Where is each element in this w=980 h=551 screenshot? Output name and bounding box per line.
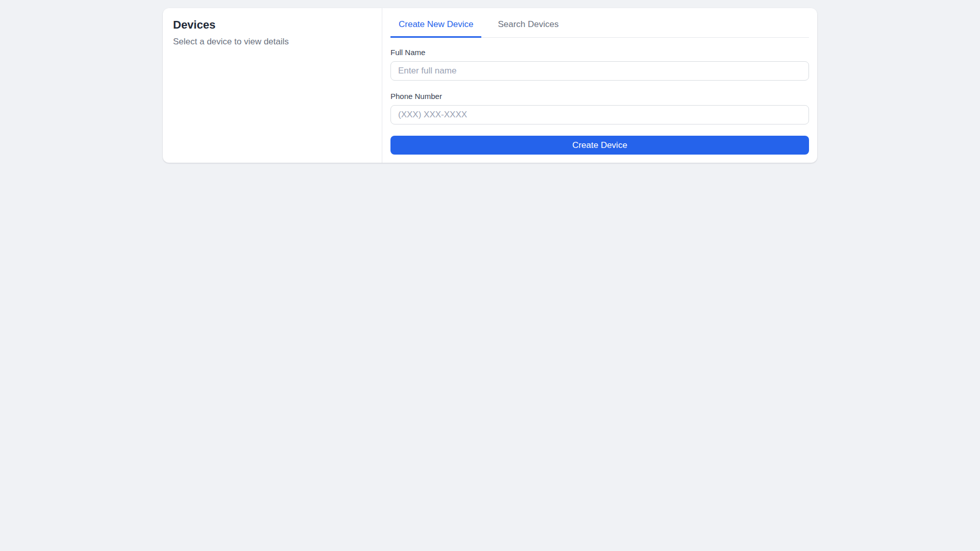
phone-number-input[interactable] bbox=[390, 105, 809, 124]
device-form-panel: Create New Device Search Devices Full Na… bbox=[382, 8, 817, 163]
device-list-empty-state: Select a device to view details bbox=[173, 36, 372, 47]
device-list-panel: Devices Select a device to view details bbox=[163, 8, 382, 163]
phone-number-label: Phone Number bbox=[390, 92, 809, 101]
create-device-form: Full Name Phone Number Create Device bbox=[390, 38, 809, 155]
create-device-button[interactable]: Create Device bbox=[390, 136, 809, 155]
full-name-input[interactable] bbox=[390, 61, 809, 81]
devices-card: Devices Select a device to view details … bbox=[163, 8, 817, 163]
full-name-label: Full Name bbox=[390, 48, 809, 57]
tab-bar: Create New Device Search Devices bbox=[390, 16, 809, 38]
page-title: Devices bbox=[173, 18, 372, 32]
tab-create-new-device[interactable]: Create New Device bbox=[390, 16, 481, 38]
tab-search-devices[interactable]: Search Devices bbox=[489, 16, 567, 38]
